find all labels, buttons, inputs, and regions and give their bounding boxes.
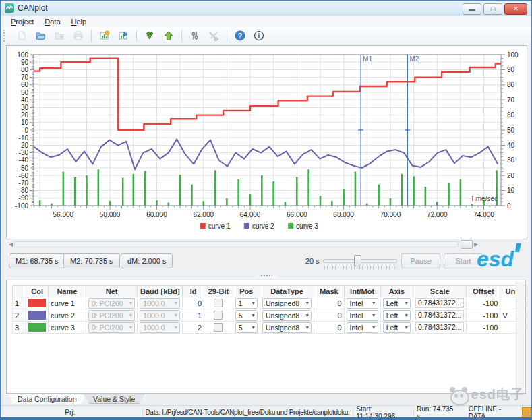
svg-text:60: 60: [507, 111, 515, 119]
splitter[interactable]: [1, 272, 531, 279]
intmot-dropdown[interactable]: Intel▼: [347, 322, 378, 333]
menu-project[interactable]: Project: [5, 17, 39, 26]
intmot-dropdown[interactable]: Intel▼: [347, 310, 378, 321]
scale-field[interactable]: 0.78431372...: [415, 322, 464, 332]
save-project-icon[interactable]: [51, 28, 67, 42]
toolbar: ? i: [1, 27, 531, 44]
axis-dropdown[interactable]: Left▼: [383, 298, 411, 309]
slider-thumb[interactable]: [354, 255, 361, 266]
help-icon[interactable]: ?: [232, 28, 248, 42]
svg-text:-60: -60: [19, 172, 29, 179]
col-header-Axis: Axis: [380, 286, 413, 297]
svg-text:60.000: 60.000: [146, 211, 167, 218]
splitter-grip[interactable]: [260, 274, 272, 278]
datatype-dropdown[interactable]: Unsigned8▼: [262, 298, 312, 309]
29bit-checkbox[interactable]: [214, 299, 223, 307]
29bit-checkbox[interactable]: [214, 311, 223, 320]
col-header-Offset: Offset: [467, 286, 500, 297]
window-title: CANplot: [18, 3, 48, 13]
marker2-button[interactable]: M2: 70.735 s: [63, 253, 120, 268]
net-dropdown: 0: PCI200▼: [88, 310, 135, 321]
table-row[interactable]: 2curve 20: PCI200▼1000.0▼15▼Unsigned8▼0I…: [13, 309, 525, 322]
svg-text:40: 40: [21, 96, 29, 104]
scale-field[interactable]: 0.78431372...: [415, 298, 464, 308]
col-header-Baud [kBd]: Baud [kBd]: [138, 286, 183, 297]
control-row: M1: 68.735 s M2: 70.735 s dM: 2.000 s 20…: [1, 251, 531, 272]
color-swatch[interactable]: [28, 299, 45, 307]
datatype-dropdown[interactable]: Unsigned8▼: [262, 310, 312, 321]
svg-text:62.000: 62.000: [193, 211, 214, 218]
title-bar: CANplot ▬ ▢ ✕: [1, 1, 531, 16]
svg-text:30: 30: [21, 104, 29, 111]
svg-text:50: 50: [21, 89, 29, 96]
esd-logo: esd: [476, 242, 523, 274]
svg-text:72.000: 72.000: [427, 211, 448, 218]
svg-text:90: 90: [507, 66, 515, 73]
minimize-button[interactable]: ▬: [463, 3, 481, 15]
svg-text:esd: esd: [477, 247, 515, 271]
tools-icon[interactable]: [206, 28, 222, 42]
time-window-slider[interactable]: [323, 254, 397, 269]
export-image-icon[interactable]: [96, 28, 113, 42]
info-icon[interactable]: i: [251, 28, 267, 42]
scale-field[interactable]: 0.78431372...: [415, 310, 464, 320]
menu-help[interactable]: Help: [66, 17, 92, 26]
plot-panel[interactable]: 56.00058.00060.00062.00064.00066.00068.0…: [6, 45, 527, 239]
baud-dropdown: 1000.0▼: [140, 298, 180, 309]
col-header-Id: Id: [183, 286, 204, 297]
plot-svg: 56.00058.00060.00062.00064.00066.00068.0…: [7, 46, 525, 237]
axis-dropdown[interactable]: Left▼: [383, 322, 411, 333]
upload-arrow-icon[interactable]: [160, 28, 177, 42]
pos-dropdown[interactable]: 1▼: [235, 298, 258, 309]
maximize-button[interactable]: ▢: [483, 3, 502, 15]
scrollbar-track[interactable]: [14, 241, 459, 247]
menu-data[interactable]: Data: [39, 17, 65, 26]
pos-dropdown[interactable]: 5▼: [235, 310, 258, 321]
col-header-Pos: Pos: [233, 286, 260, 297]
tab-value-style[interactable]: Value & Style: [83, 394, 145, 404]
color-swatch[interactable]: [28, 323, 45, 332]
row-number: 2: [13, 309, 26, 322]
resize-grip[interactable]: [524, 411, 531, 418]
data-configuration-panel: ColNameNetBaud [kBd]Id29-BitPosDataTypeM…: [6, 280, 526, 394]
scrollbar-thumb[interactable]: [461, 240, 473, 249]
close-button[interactable]: ✕: [504, 3, 527, 15]
menu-bar: Project Data Help: [1, 16, 531, 28]
29bit-checkbox[interactable]: [214, 323, 223, 332]
table-row[interactable]: 1curve 10: PCI200▼1000.0▼01▼Unsigned8▼0I…: [13, 297, 525, 309]
svg-text:M1: M1: [363, 55, 372, 63]
color-swatch[interactable]: [28, 311, 45, 320]
svg-text:56.000: 56.000: [53, 211, 74, 218]
svg-text:-90: -90: [19, 194, 29, 202]
delta-marker-button[interactable]: dM: 2.000 s: [121, 253, 173, 268]
canplot-window: CANplot ▬ ▢ ✕ Project Data Help: [0, 0, 532, 420]
svg-text:58.000: 58.000: [100, 211, 121, 218]
baud-dropdown: 1000.0▼: [140, 322, 180, 333]
axis-dropdown[interactable]: Left▼: [383, 310, 411, 321]
scroll-left-icon[interactable]: ◀: [7, 241, 14, 248]
status-bar: Prj: Data: I:/Prj/esd/CAN-Tools/CANplot_…: [1, 405, 531, 419]
open-project-icon[interactable]: [32, 28, 49, 42]
toolbar-grip[interactable]: [3, 30, 8, 42]
row-number: 3: [13, 322, 26, 334]
curve-config-table: ColNameNetBaud [kBd]Id29-BitPosDataTypeM…: [12, 285, 525, 334]
col-header-29-Bit: 29-Bit: [204, 286, 233, 297]
new-project-icon[interactable]: [13, 28, 30, 42]
svg-text:68.000: 68.000: [333, 211, 354, 218]
table-scrollbar[interactable]: [516, 282, 524, 392]
tab-data-configuration[interactable]: Data Configuration: [7, 394, 87, 404]
table-row[interactable]: 3curve 30: PCI200▼1000.0▼25▼Unsigned8▼0I…: [13, 322, 525, 334]
export-data-icon[interactable]: [115, 28, 131, 42]
pause-button[interactable]: Pause: [401, 253, 440, 268]
marker1-button[interactable]: M1: 68.735 s: [9, 253, 65, 268]
reload-arrow-icon[interactable]: [142, 28, 158, 42]
print-icon[interactable]: [70, 28, 86, 42]
intmot-dropdown[interactable]: Intel▼: [347, 298, 378, 309]
app-icon: [5, 3, 14, 13]
plot-scrollbar[interactable]: ◀ ▶: [7, 241, 479, 248]
datatype-dropdown[interactable]: Unsigned8▼: [262, 322, 312, 333]
col-header-Name: Name: [48, 286, 86, 297]
filter-settings-icon[interactable]: [187, 28, 203, 42]
pos-dropdown[interactable]: 5▼: [235, 322, 258, 333]
id-cell: 2: [183, 322, 204, 334]
